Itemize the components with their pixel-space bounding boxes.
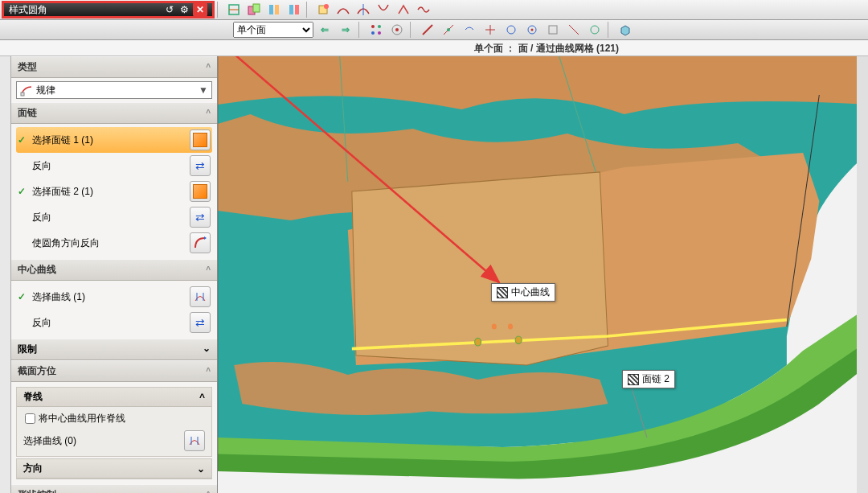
- check-icon: ✓: [18, 134, 29, 146]
- spine-sub-header[interactable]: 脊线^: [17, 388, 211, 407]
- svg-line-16: [423, 25, 432, 35]
- type-dropdown[interactable]: 规律 ▼: [16, 81, 212, 99]
- dialog-title: 样式圆角: [9, 3, 162, 17]
- snap-icon-9[interactable]: [585, 20, 604, 39]
- svg-point-26: [591, 26, 599, 34]
- toolbar-icon-5[interactable]: [313, 0, 333, 19]
- select-face-chain-1-row[interactable]: ✓ 选择面链 1 (1): [16, 127, 212, 153]
- close-icon[interactable]: ✕: [193, 2, 207, 17]
- snap-icon-3[interactable]: [460, 20, 479, 39]
- toolbar-icon-2[interactable]: [244, 0, 264, 19]
- settings-icon[interactable]: ⚙: [177, 2, 191, 17]
- chevron-up-icon: ^: [199, 392, 205, 403]
- face-chain-section-header[interactable]: 面链^: [11, 102, 217, 124]
- snap-icon-5[interactable]: [502, 20, 521, 39]
- style-fillet-dialog: 类型^ 规律 ▼ 面链^ ✓ 选择面链 1 (1): [11, 56, 218, 493]
- svg-point-15: [395, 28, 399, 31]
- toolbar-icon-1[interactable]: [224, 0, 244, 19]
- reverse-fillet-dir-row[interactable]: 使圆角方向反向: [16, 230, 212, 256]
- svg-point-8: [324, 4, 329, 9]
- toolbar-icon-4[interactable]: [285, 0, 304, 19]
- svg-rect-24: [549, 26, 557, 34]
- reverse-2-button[interactable]: ⇄: [190, 207, 211, 228]
- center-curve-callout[interactable]: 中心曲线: [491, 283, 555, 302]
- svg-rect-5: [289, 5, 293, 14]
- snap-icon-6[interactable]: [522, 20, 542, 39]
- hatch-icon: [497, 287, 508, 298]
- svg-point-35: [492, 323, 497, 329]
- curve-tool-4-icon[interactable]: [394, 0, 413, 19]
- curve-tool-2-icon[interactable]: [354, 0, 373, 19]
- dropdown-arrow-icon: ▼: [199, 84, 208, 96]
- left-rail: [0, 56, 11, 493]
- chevron-down-icon: ⌄: [203, 343, 211, 356]
- selection-mode-dropdown[interactable]: 单个面: [233, 22, 313, 38]
- select-curve-button[interactable]: [190, 286, 211, 307]
- select-spine-curve-button[interactable]: [184, 430, 205, 451]
- use-center-as-spine-row[interactable]: 将中心曲线用作脊线: [22, 409, 207, 428]
- svg-rect-27: [21, 92, 24, 96]
- dialog-title-bar: 样式圆角 ↺ ⚙ ✕: [2, 1, 215, 18]
- svg-rect-4: [275, 5, 279, 14]
- box-icon[interactable]: [616, 20, 635, 39]
- svg-point-34: [515, 336, 522, 344]
- snap-icon-8[interactable]: [564, 20, 583, 39]
- hatch-icon: [628, 374, 639, 385]
- svg-point-33: [475, 338, 481, 346]
- svg-point-18: [447, 28, 450, 31]
- select-face-chain-2-row[interactable]: ✓ 选择面链 2 (1): [16, 179, 212, 204]
- section-orientation-header[interactable]: 截面方位^: [11, 360, 217, 382]
- svg-rect-3: [269, 5, 273, 14]
- face-chain-2-button[interactable]: [190, 181, 211, 202]
- viewport-v-scrollbar[interactable]: [857, 56, 868, 493]
- shape-control-section-header[interactable]: 形状控制^: [11, 484, 217, 493]
- chevron-up-icon: ^: [206, 63, 211, 72]
- chevron-up-icon: ^: [206, 265, 211, 274]
- reverse-3-button[interactable]: ⇄: [190, 312, 211, 333]
- svg-point-10: [371, 25, 375, 28]
- svg-point-11: [378, 25, 381, 28]
- 3d-viewport[interactable]: 中心曲线 面链 2 沐风网校 XS 资料网 ZL.XS1616.CN: [218, 56, 868, 493]
- curve-tool-5-icon[interactable]: [414, 0, 433, 19]
- chevron-up-icon: ^: [206, 109, 211, 117]
- toolbar-icon-3[interactable]: [264, 0, 284, 19]
- snap-icon-4[interactable]: [481, 20, 500, 39]
- center-curve-section-header[interactable]: 中心曲线^: [11, 259, 217, 281]
- filter-icon-2[interactable]: [387, 20, 407, 39]
- svg-point-23: [531, 29, 534, 31]
- direction-sub-header[interactable]: 方向⌄: [17, 459, 211, 479]
- face-chain-1-button[interactable]: [190, 129, 211, 150]
- type-section-header[interactable]: 类型^: [11, 56, 217, 78]
- svg-point-21: [507, 26, 515, 34]
- reverse-1-button[interactable]: ⇄: [190, 155, 211, 176]
- svg-point-36: [508, 323, 513, 329]
- select-spine-curve-row[interactable]: 选择曲线 (0): [22, 428, 207, 454]
- check-icon: ✓: [18, 186, 29, 197]
- selection-toolbar: 单个面 ⇐ ⇒: [0, 20, 868, 40]
- curve-tool-3-icon[interactable]: [374, 0, 393, 19]
- check-icon: ✓: [18, 291, 29, 302]
- snap-icon-2[interactable]: [439, 20, 458, 39]
- svg-rect-2: [253, 4, 260, 12]
- reverse-1-row[interactable]: 反向 ⇄: [16, 153, 212, 179]
- face-chain-2-callout[interactable]: 面链 2: [622, 370, 675, 388]
- svg-rect-6: [295, 5, 299, 14]
- svg-point-12: [371, 31, 375, 35]
- breadcrumb: 单个面 ： 面 / 通过曲线网格 (121): [0, 40, 868, 56]
- limit-section-header[interactable]: 限制⌄: [11, 339, 217, 360]
- snap-icon-7[interactable]: [543, 20, 563, 39]
- reverse-fillet-button[interactable]: [190, 232, 211, 253]
- filter-icon-1[interactable]: [366, 20, 386, 39]
- select-curve-row[interactable]: ✓ 选择曲线 (1): [16, 284, 212, 310]
- top-toolbar: 样式圆角 ↺ ⚙ ✕: [0, 0, 868, 20]
- snap-icon-1[interactable]: [418, 20, 437, 39]
- chevron-up-icon: ^: [206, 367, 211, 376]
- use-center-as-spine-checkbox[interactable]: [25, 413, 35, 424]
- reverse-3-row[interactable]: 反向 ⇄: [16, 310, 212, 335]
- undo-icon[interactable]: ↺: [162, 2, 177, 17]
- chevron-down-icon: ⌄: [197, 463, 205, 475]
- reverse-2-row[interactable]: 反向 ⇄: [16, 204, 212, 230]
- nav-fwd-icon[interactable]: ⇒: [336, 20, 355, 39]
- curve-tool-1-icon[interactable]: [334, 0, 353, 19]
- nav-back-icon[interactable]: ⇐: [315, 20, 334, 39]
